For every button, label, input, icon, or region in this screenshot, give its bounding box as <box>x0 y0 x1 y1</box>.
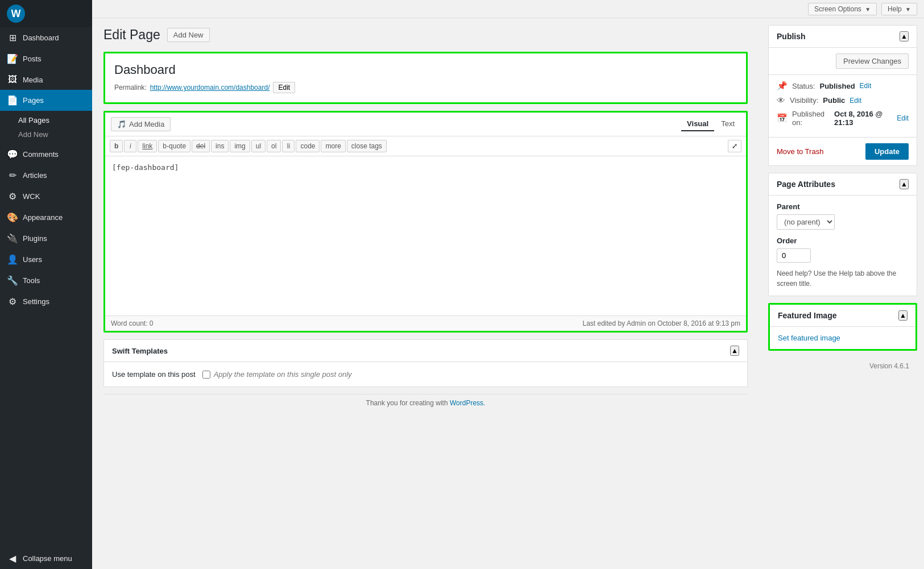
sidebar-sub-item-all-pages[interactable]: All Pages <box>11 113 92 127</box>
status-icon: 📌 <box>777 81 788 91</box>
publish-box-header: Publish ▲ <box>769 26 917 48</box>
tab-text[interactable]: Text <box>715 117 740 131</box>
sidebar-item-label: Pages <box>23 96 44 105</box>
swift-templates-checkbox[interactable] <box>202 371 210 379</box>
featured-image-collapse-button[interactable]: ▲ <box>898 310 908 321</box>
sidebar-item-users[interactable]: 👤 Users <box>0 249 92 270</box>
publish-actions: Move to Trash Update <box>769 137 917 165</box>
format-toolbar: b i link b-quote del ins img ul ol li co… <box>105 136 746 156</box>
permalink-edit-button[interactable]: Edit <box>273 82 295 93</box>
main-area: Screen Options ▼ Help ▼ Edit Page Add Ne… <box>92 0 924 569</box>
visibility-value: Public <box>823 96 845 105</box>
sidebar-sub-item-add-new[interactable]: Add New <box>11 127 92 142</box>
format-italic-button[interactable]: i <box>124 140 136 152</box>
featured-image-box: Featured Image ▲ Set featured image <box>768 303 917 351</box>
publish-collapse-button[interactable]: ▲ <box>900 31 909 41</box>
sidebar-item-dashboard[interactable]: ⊞ Dashboard <box>0 27 92 48</box>
editor-footer: Word count: 0 Last edited by Admin on Oc… <box>105 315 746 331</box>
sidebar-item-media[interactable]: 🖼 Media <box>0 69 92 90</box>
editor-toolbar-top: 🎵 Add Media Visual Text <box>105 113 746 136</box>
dashboard-icon: ⊞ <box>7 32 18 43</box>
add-new-button[interactable]: Add New <box>167 28 210 42</box>
status-label: Status: <box>792 82 815 90</box>
format-li-button[interactable]: li <box>282 140 295 152</box>
sidebar: W ⊞ Dashboard 📝 Posts 🖼 Media 📄 Pages ◀ … <box>0 0 92 569</box>
sidebar-item-plugins[interactable]: 🔌 Plugins <box>0 228 92 249</box>
format-del-button[interactable]: del <box>192 140 210 152</box>
sidebar-item-comments[interactable]: 💬 Comments <box>0 144 92 165</box>
sidebar-item-posts[interactable]: 📝 Posts <box>0 48 92 69</box>
publish-preview-row: Preview Changes <box>769 48 917 75</box>
sidebar-item-tools[interactable]: 🔧 Tools <box>0 270 92 291</box>
appearance-icon: 🎨 <box>7 212 18 223</box>
move-to-trash-link[interactable]: Move to Trash <box>777 147 823 156</box>
sidebar-item-settings[interactable]: ⚙ Settings <box>0 291 92 312</box>
permalink-label: Permalink: <box>114 84 147 92</box>
format-code-button[interactable]: code <box>296 140 320 152</box>
publish-meta: 📌 Status: Published Edit 👁 Visibility: P… <box>769 75 917 137</box>
site-footer: Thank you for creating with WordPress. <box>103 394 748 412</box>
publish-title: Publish <box>777 32 806 41</box>
collapse-icon: ◀ <box>7 553 18 564</box>
help-chevron-icon: ▼ <box>905 6 911 13</box>
page-title-input[interactable] <box>114 63 737 77</box>
set-featured-image-link[interactable]: Set featured image <box>778 334 840 342</box>
add-media-button[interactable]: 🎵 Add Media <box>111 117 171 131</box>
publish-date-row: 📅 Published on: Oct 8, 2016 @ 21:13 Edit <box>777 110 909 127</box>
sidebar-item-label: Users <box>23 255 42 264</box>
permalink-row: Permalink: http://www.yourdomain.com/das… <box>114 82 737 93</box>
update-button[interactable]: Update <box>865 143 909 160</box>
format-close-tags-button[interactable]: close tags <box>347 140 387 152</box>
page-attributes-box: Page Attributes ▲ Parent (no parent) Ord… <box>768 173 917 296</box>
sidebar-item-label: Appearance <box>23 213 63 222</box>
settings-icon: ⚙ <box>7 296 18 307</box>
format-ul-button[interactable]: ul <box>251 140 266 152</box>
published-edit-link[interactable]: Edit <box>897 114 909 122</box>
sidebar-item-wck[interactable]: ⚙ WCK <box>0 186 92 207</box>
format-bquote-button[interactable]: b-quote <box>158 140 190 152</box>
parent-label: Parent <box>777 202 909 211</box>
format-ins-button[interactable]: ins <box>211 140 229 152</box>
tab-visual[interactable]: Visual <box>681 117 714 131</box>
screen-options-chevron-icon: ▼ <box>865 6 871 13</box>
attributes-header: Page Attributes ▲ <box>769 173 917 196</box>
sidebar-item-appearance[interactable]: 🎨 Appearance <box>0 207 92 228</box>
status-edit-link[interactable]: Edit <box>860 82 872 90</box>
version-info: Version 4.6.1 <box>768 358 917 375</box>
right-sidebar: Publish ▲ Preview Changes 📌 Status: Publ… <box>759 18 924 569</box>
attributes-collapse-button[interactable]: ▲ <box>900 179 909 189</box>
users-icon: 👤 <box>7 254 18 265</box>
swift-templates-title: Swift Templates <box>112 347 168 355</box>
format-ol-button[interactable]: ol <box>267 140 281 152</box>
sidebar-item-label: Plugins <box>23 234 47 243</box>
title-box: Permalink: http://www.yourdomain.com/das… <box>103 52 748 104</box>
pages-submenu: All Pages Add New <box>0 111 92 144</box>
screen-options-button[interactable]: Screen Options ▼ <box>808 3 877 15</box>
sidebar-item-pages[interactable]: 📄 Pages ◀ <box>0 90 92 111</box>
permalink-link[interactable]: http://www.yourdomain.com/dashboard/ <box>150 84 270 92</box>
status-value: Published <box>819 82 855 90</box>
format-link-button[interactable]: link <box>138 140 157 152</box>
sidebar-item-articles[interactable]: ✏ Articles <box>0 165 92 186</box>
sidebar-item-label: Dashboard <box>23 34 59 42</box>
help-button[interactable]: Help ▼ <box>881 3 917 15</box>
sidebar-item-collapse[interactable]: ◀ Collapse menu <box>0 548 92 569</box>
add-media-icon: 🎵 <box>117 120 126 128</box>
order-label: Order <box>777 236 909 245</box>
sidebar-item-label: Media <box>23 76 43 84</box>
preview-changes-button[interactable]: Preview Changes <box>836 53 909 69</box>
swift-templates-collapse-button[interactable]: ▲ <box>730 346 739 356</box>
featured-image-title: Featured Image <box>778 311 836 320</box>
visibility-edit-link[interactable]: Edit <box>850 97 861 105</box>
right-panel: Publish ▲ Preview Changes 📌 Status: Publ… <box>761 18 924 381</box>
format-bold-button[interactable]: b <box>110 140 123 152</box>
expand-editor-button[interactable]: ⤢ <box>728 140 741 152</box>
parent-select-row: (no parent) <box>777 214 909 230</box>
order-input[interactable] <box>777 248 811 263</box>
parent-select[interactable]: (no parent) <box>777 214 835 230</box>
editor-body[interactable]: [fep-dashboard] <box>105 156 746 315</box>
footer-link[interactable]: WordPress. <box>450 399 485 407</box>
sidebar-item-label: WCK <box>23 192 40 201</box>
format-img-button[interactable]: img <box>230 140 250 152</box>
format-more-button[interactable]: more <box>321 140 345 152</box>
